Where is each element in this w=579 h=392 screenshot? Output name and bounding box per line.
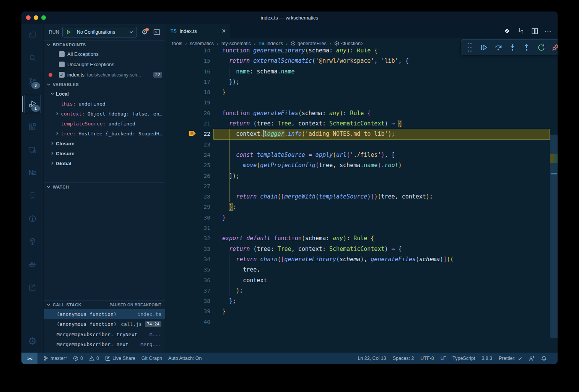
activity-item-source-control[interactable]: 3 bbox=[23, 70, 42, 93]
breadcrumb-item-tools[interactable]: tools bbox=[172, 41, 182, 46]
breadcrumb-item-my-schematic[interactable]: my-schematic bbox=[221, 41, 251, 46]
disconnect-button[interactable] bbox=[550, 42, 558, 53]
activity-item-explorer[interactable] bbox=[23, 24, 42, 47]
code-line-35[interactable]: 35 tree, bbox=[165, 265, 558, 275]
breakpoints-section-header[interactable]: BREAKPOINTS bbox=[44, 40, 165, 49]
watch-section-header[interactable]: WATCH bbox=[44, 182, 165, 191]
maximize-window-button[interactable] bbox=[41, 15, 46, 20]
status-feedback[interactable] bbox=[529, 356, 535, 361]
status-ts-version[interactable]: 3.8.3 bbox=[481, 356, 492, 361]
variables-scope-row[interactable]: Closure bbox=[44, 138, 165, 148]
start-debug-icon[interactable] bbox=[66, 29, 71, 35]
code-line-19[interactable]: 19 bbox=[165, 98, 558, 108]
call-stack-frame[interactable]: (anonymous function)index.ts bbox=[44, 309, 165, 319]
status-encoding[interactable]: UTF-8 bbox=[420, 356, 434, 361]
code-line-33[interactable]: 33 return (tree: Tree, context: Schemati… bbox=[165, 244, 558, 254]
checkbox-icon[interactable] bbox=[59, 51, 65, 57]
call-stack-section-header[interactable]: CALL STACK PAUSED ON BREAKPOINT bbox=[44, 300, 165, 309]
code-line-28[interactable]: 28 return chain([mergeWith(templateSourc… bbox=[165, 192, 558, 202]
variables-section-header[interactable]: VARIABLES bbox=[44, 80, 165, 89]
debug-console-button[interactable] bbox=[152, 28, 161, 37]
variables-scope-row[interactable]: Closure bbox=[44, 148, 165, 158]
variable-row[interactable]: context:Object {debug: false, en… bbox=[44, 109, 165, 119]
code-line-20[interactable]: 20function generateFiles(schema: any): R… bbox=[165, 108, 558, 119]
code-line-25[interactable]: 25 move(getProjectConfig(tree, schema.na… bbox=[165, 160, 558, 171]
breadcrumb-item--function-[interactable]: <function> bbox=[334, 41, 363, 46]
activity-item-testing[interactable] bbox=[23, 230, 42, 253]
gitlens-icon[interactable] bbox=[503, 27, 511, 35]
code-line-15[interactable]: 15 return externalSchematic('@nrwl/works… bbox=[165, 56, 558, 66]
activity-item-remote-explorer[interactable] bbox=[23, 138, 42, 161]
code-line-23[interactable]: 23 bbox=[165, 140, 558, 150]
checkbox-icon[interactable] bbox=[59, 62, 65, 67]
call-stack-frame[interactable]: MergeMapSubscriber._tryNextm... bbox=[44, 329, 165, 340]
code-line-27[interactable]: 27 bbox=[165, 181, 558, 192]
code-line-36[interactable]: 36 context bbox=[165, 275, 558, 286]
variables-scope-row[interactable]: Local bbox=[44, 89, 165, 99]
status-notifications[interactable] bbox=[541, 356, 546, 361]
activity-item-app-share[interactable] bbox=[23, 276, 42, 299]
breakpoint-row[interactable]: Uncaught Exceptions bbox=[44, 59, 165, 70]
activity-item-bookmarks[interactable] bbox=[23, 184, 42, 207]
breakpoint-row[interactable]: All Exceptions bbox=[44, 49, 165, 59]
activity-item-nx-console[interactable]: N≥ bbox=[23, 161, 42, 184]
activity-item-docker[interactable] bbox=[23, 253, 42, 276]
call-stack-frame[interactable]: Subscriber.nextSubscriber.ts bbox=[44, 350, 165, 353]
breadcrumb-item-schematics[interactable]: schematics bbox=[190, 41, 214, 46]
code-line-24[interactable]: 24 const templateSource = apply(url('./f… bbox=[165, 150, 558, 160]
status-warnings[interactable]: 0 bbox=[89, 356, 99, 361]
breakpoint-row[interactable]: ✓index.tstools/schematics/my-sch...22 bbox=[44, 70, 165, 80]
code-line-22[interactable]: 22 context.logger.info('adding NOTES.md … bbox=[165, 129, 558, 139]
breadcrumb-item-index-ts[interactable]: TSindex.ts bbox=[259, 41, 283, 46]
code-line-21[interactable]: 21 return (tree: Tree, context: Schemati… bbox=[165, 119, 558, 129]
code-line-31[interactable]: 31 bbox=[165, 223, 558, 233]
activity-item-settings[interactable]: ⚙ bbox=[23, 330, 42, 353]
breadcrumb-item-generatefiles[interactable]: generateFiles bbox=[291, 41, 327, 46]
restart-button[interactable] bbox=[536, 42, 546, 53]
remote-indicator[interactable]: >< bbox=[21, 353, 37, 364]
configure-gear-button[interactable]: ⚙ bbox=[140, 28, 149, 37]
code-line-17[interactable]: 17 }); bbox=[165, 77, 558, 87]
status-eol[interactable]: LF bbox=[441, 356, 446, 361]
scrollbar-thumb[interactable] bbox=[550, 135, 558, 338]
split-editor-icon[interactable] bbox=[531, 27, 538, 35]
activity-item-search[interactable] bbox=[23, 47, 42, 70]
variable-row[interactable]: this:undefined bbox=[44, 99, 165, 109]
step-over-button[interactable] bbox=[493, 42, 504, 53]
code-line-34[interactable]: 34 return chain([generateLibrary(schema)… bbox=[165, 254, 558, 265]
step-out-button[interactable] bbox=[521, 42, 532, 53]
code-line-32[interactable]: 32export default function(schema: any): … bbox=[165, 233, 558, 244]
code-line-26[interactable]: 26 ]); bbox=[165, 171, 558, 181]
status-live-share[interactable]: Live Share bbox=[105, 356, 135, 361]
code-line-18[interactable]: 18} bbox=[165, 87, 558, 98]
code-line-16[interactable]: 16 name: schema.name bbox=[165, 67, 558, 77]
status-git-branch[interactable]: master* bbox=[44, 356, 67, 361]
minimize-window-button[interactable] bbox=[34, 15, 38, 20]
open-changes-icon[interactable] bbox=[517, 27, 525, 35]
activity-item-gitlens[interactable] bbox=[23, 207, 42, 230]
code-line-29[interactable]: 29 }; bbox=[165, 202, 558, 212]
continue-button[interactable] bbox=[478, 42, 489, 53]
step-into-button[interactable] bbox=[507, 42, 518, 53]
checkbox-checked-icon[interactable]: ✓ bbox=[59, 72, 65, 78]
status-cursor-position[interactable]: Ln 22, Col 13 bbox=[358, 356, 386, 361]
code-line-37[interactable]: 37 ); bbox=[165, 286, 558, 296]
launch-configuration-dropdown[interactable]: No Configurations bbox=[62, 27, 137, 37]
status-prettier[interactable]: Prettier: bbox=[499, 356, 522, 361]
status-errors[interactable]: 0 bbox=[73, 356, 83, 361]
call-stack-frame[interactable]: MergeMapSubscriber._nextmerg... bbox=[44, 340, 165, 350]
tab-index-ts[interactable]: TS index.ts ✕ bbox=[165, 24, 230, 38]
close-window-button[interactable] bbox=[26, 15, 31, 20]
variables-scope-row[interactable]: Global bbox=[44, 158, 165, 168]
code-line-39[interactable]: 39} bbox=[165, 306, 558, 317]
activity-item-extensions[interactable] bbox=[23, 115, 42, 138]
variable-row[interactable]: templateSource:undefined bbox=[44, 119, 165, 128]
code-line-40[interactable]: 40 bbox=[165, 317, 558, 327]
more-actions-icon[interactable]: ⋯ bbox=[545, 27, 551, 35]
status-indentation[interactable]: Spaces: 2 bbox=[393, 356, 414, 361]
close-tab-icon[interactable]: ✕ bbox=[221, 28, 226, 34]
status-auto-attach[interactable]: Auto Attach: On bbox=[168, 356, 202, 361]
code-line-38[interactable]: 38 }; bbox=[165, 296, 558, 306]
activity-item-run-and-debug[interactable]: 1 bbox=[23, 93, 42, 115]
call-stack-frame[interactable]: (anonymous function)call.js74:24 bbox=[44, 319, 165, 330]
